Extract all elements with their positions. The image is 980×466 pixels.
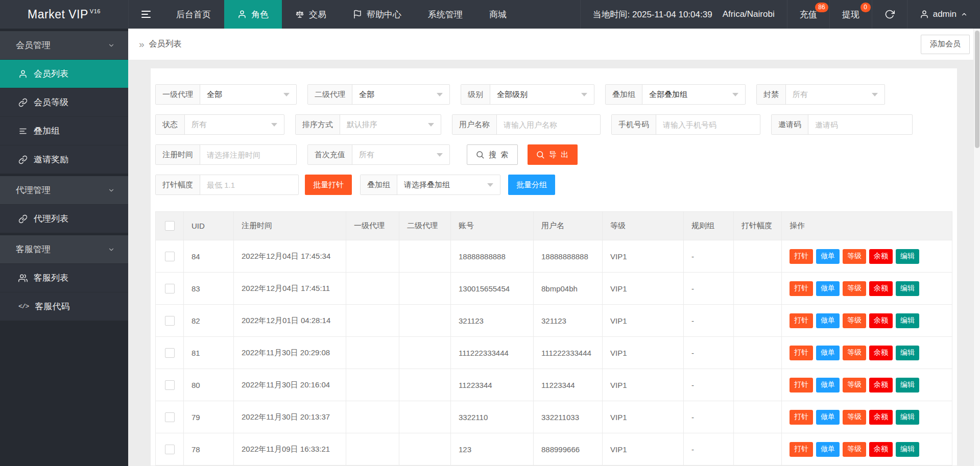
row-checkbox[interactable]	[165, 412, 175, 422]
balance-button[interactable]: 余额	[869, 313, 893, 328]
sidebar-item-agent-list[interactable]: 代理列表	[0, 204, 128, 233]
status-select[interactable]: 所有	[185, 115, 284, 134]
withdraw-badge: 0	[861, 3, 871, 12]
level-button[interactable]: 等级	[843, 249, 866, 264]
row-checkbox[interactable]	[165, 316, 175, 326]
row-checkbox[interactable]	[165, 445, 175, 454]
chevron-down-icon	[108, 42, 115, 49]
sidebar-item-member-level[interactable]: 会员等级	[0, 88, 128, 116]
cell-agent1	[346, 433, 399, 465]
scrollbar-thumb[interactable]	[975, 31, 979, 148]
edit-button[interactable]: 编辑	[896, 410, 919, 425]
level-select[interactable]: 全部级别	[490, 85, 594, 104]
make-order-button[interactable]: 做单	[816, 378, 840, 393]
withdraw-button[interactable]: 提现 0	[829, 0, 872, 29]
edit-button[interactable]: 编辑	[896, 281, 919, 296]
edit-button[interactable]: 编辑	[896, 346, 919, 360]
level-button[interactable]: 等级	[843, 410, 866, 425]
row-checkbox[interactable]	[165, 284, 175, 293]
level-button[interactable]: 等级	[843, 313, 866, 328]
nav-item-dashboard[interactable]: 后台首页	[163, 0, 224, 29]
agent1-select[interactable]: 全部	[200, 85, 296, 104]
nav-item-trade[interactable]: 交易	[282, 0, 340, 29]
invite-code-input[interactable]	[808, 115, 912, 134]
table-row: 84 2022年12月04日 17:45:34 18888888888 1888…	[156, 240, 952, 273]
make-order-button[interactable]: 做单	[816, 313, 840, 328]
reg-time-input[interactable]	[200, 145, 296, 164]
refresh-button[interactable]	[872, 0, 907, 29]
nav-item-roles[interactable]: 角色	[224, 0, 282, 29]
export-button[interactable]: 导 出	[528, 144, 578, 165]
user-menu[interactable]: admin	[907, 0, 980, 29]
sidebar-item-member-list[interactable]: 会员列表	[0, 59, 128, 88]
cell-uid: 79	[184, 401, 234, 433]
nav-item-mall[interactable]: 商城	[476, 0, 520, 29]
sidebar-group-service-management[interactable]: 客服管理	[0, 235, 128, 263]
first-recharge-select[interactable]: 所有	[352, 145, 449, 164]
level-button[interactable]: 等级	[843, 442, 866, 457]
sidebar-item-stack-group[interactable]: 叠加组	[0, 116, 128, 145]
balance-button[interactable]: 余额	[869, 442, 893, 457]
select-value: 所有	[359, 150, 374, 160]
nav-item-system[interactable]: 系统管理	[415, 0, 476, 29]
batch-inject-button[interactable]: 批量打针	[305, 175, 352, 195]
stack-group-select[interactable]: 全部叠加组	[642, 85, 745, 104]
breadcrumb: » 会员列表 添加会员	[128, 29, 980, 60]
header-right: 当地时间: 2025-11-04 10:04:39 Africa/Nairobi…	[580, 0, 980, 29]
cell-uid: 82	[184, 305, 234, 337]
phone-input[interactable]	[656, 115, 760, 134]
inject-button[interactable]: 打针	[790, 249, 813, 264]
sidebar-collapse-icon[interactable]	[128, 0, 163, 29]
inject-button[interactable]: 打针	[790, 410, 813, 425]
page-scrollbar[interactable]	[973, 29, 980, 466]
make-order-button[interactable]: 做单	[816, 442, 840, 457]
username-input[interactable]	[497, 115, 600, 134]
row-checkbox[interactable]	[165, 348, 175, 358]
edit-button[interactable]: 编辑	[896, 442, 919, 457]
inject-button[interactable]: 打针	[790, 281, 813, 296]
sort-select[interactable]: 默认排序	[340, 115, 441, 134]
filter-label: 用户名称	[452, 115, 497, 134]
search-button[interactable]: 搜 索	[467, 144, 518, 165]
edit-button[interactable]: 编辑	[896, 378, 919, 393]
ban-select[interactable]: 所有	[786, 85, 885, 104]
agent2-select[interactable]: 全部	[352, 85, 449, 104]
table-row: 81 2022年11月30日 20:29:08 111222333444 111…	[156, 337, 952, 369]
balance-button[interactable]: 余额	[869, 378, 893, 393]
sidebar-item-invite-reward[interactable]: 邀请奖励	[0, 145, 128, 174]
level-button[interactable]: 等级	[843, 281, 866, 296]
stack-pick-select[interactable]: 请选择叠加组	[397, 175, 500, 194]
nav-label: 商城	[489, 9, 507, 20]
sidebar-group-agent-management[interactable]: 代理管理	[0, 176, 128, 204]
make-order-button[interactable]: 做单	[816, 346, 840, 360]
add-member-button[interactable]: 添加会员	[921, 35, 970, 54]
inject-button[interactable]: 打针	[790, 346, 813, 360]
make-order-button[interactable]: 做单	[816, 249, 840, 264]
row-checkbox[interactable]	[165, 380, 175, 390]
balance-button[interactable]: 余额	[869, 281, 893, 296]
balance-button[interactable]: 余额	[869, 249, 893, 264]
cell-agent2	[399, 240, 451, 273]
recharge-button[interactable]: 充值 86	[787, 0, 829, 29]
row-checkbox[interactable]	[165, 252, 175, 261]
sidebar-group-member-management[interactable]: 会员管理	[0, 31, 128, 59]
inject-button[interactable]: 打针	[790, 442, 813, 457]
sidebar-item-service-list[interactable]: 客服列表	[0, 263, 128, 292]
balance-button[interactable]: 余额	[869, 346, 893, 360]
edit-button[interactable]: 编辑	[896, 249, 919, 264]
edit-button[interactable]: 编辑	[896, 313, 919, 328]
sidebar-item-service-code[interactable]: </> 客服代码	[0, 292, 128, 321]
inject-button[interactable]: 打针	[790, 378, 813, 393]
cell-account: 111222333444	[451, 337, 534, 369]
amplitude-input[interactable]	[200, 175, 298, 194]
select-all-checkbox[interactable]	[165, 221, 175, 231]
make-order-button[interactable]: 做单	[816, 410, 840, 425]
inject-button[interactable]: 打针	[790, 313, 813, 328]
cell-username: 18888888888	[534, 240, 603, 273]
batch-group-button[interactable]: 批量分组	[508, 175, 555, 195]
nav-item-help-center[interactable]: 帮助中心	[340, 0, 415, 29]
balance-button[interactable]: 余额	[869, 410, 893, 425]
level-button[interactable]: 等级	[843, 346, 866, 360]
level-button[interactable]: 等级	[843, 378, 866, 393]
make-order-button[interactable]: 做单	[816, 281, 840, 296]
